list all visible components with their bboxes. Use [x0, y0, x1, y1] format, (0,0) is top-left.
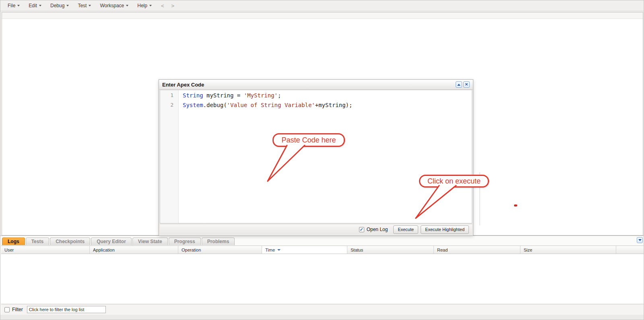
caret-down-icon: [89, 5, 91, 6]
collapse-button[interactable]: [456, 81, 462, 88]
line-number: 1: [160, 92, 178, 102]
menu-item-edit[interactable]: Edit: [25, 2, 45, 10]
dialog-title: Enter Apex Code: [162, 82, 204, 88]
column-header-user[interactable]: User: [1, 246, 90, 254]
code-token-string: 'Value of String Variable': [227, 102, 315, 108]
column-header-read[interactable]: Read: [434, 246, 520, 254]
column-header-label: Read: [437, 248, 448, 252]
column-header-label: Time: [265, 248, 275, 252]
collapse-icon: [457, 84, 460, 86]
code-token-keyword: String: [183, 92, 203, 99]
close-icon: ✕: [465, 83, 468, 87]
column-header-label: Size: [524, 248, 532, 252]
execute-highlighted-button[interactable]: Execute Highlighted: [421, 225, 469, 234]
tab-problems[interactable]: Problems: [202, 237, 235, 245]
click-execute-callout: Click on execute: [419, 175, 489, 188]
caret-down-icon: [66, 5, 69, 6]
menu-item-label: Debug: [50, 3, 64, 8]
window-bottom-frame: [0, 315, 644, 320]
filter-label: Filter: [12, 307, 23, 312]
menu-item-label: Test: [78, 3, 87, 8]
open-log-label: Open Log: [367, 227, 388, 232]
red-mark: [514, 204, 517, 206]
column-header-label: Status: [351, 248, 363, 252]
code-token-keyword: System: [183, 102, 203, 108]
code-line: System.debug('Value of String Variable'+…: [183, 102, 472, 111]
column-header-label: Operation: [182, 248, 201, 252]
column-header-application[interactable]: Application: [90, 246, 178, 254]
panel-collapse-button[interactable]: [637, 237, 643, 243]
filter-input[interactable]: [27, 306, 106, 313]
code-editor[interactable]: 12 String myString = 'MyString';System.d…: [160, 90, 472, 223]
click-execute-callout-text: Click on execute: [427, 177, 481, 186]
dialog-title-bar[interactable]: Enter Apex Code ✕: [159, 80, 473, 90]
dialog-footer: ✓ Open Log Execute Execute Highlighted: [160, 224, 472, 235]
code-line: String myString = 'MyString';: [183, 92, 472, 102]
execute-button[interactable]: Execute: [393, 225, 418, 234]
tab-progress[interactable]: Progress: [169, 237, 201, 245]
column-header-label: Application: [93, 248, 115, 252]
paste-code-callout-text: Paste Code here: [281, 136, 336, 145]
column-header-status[interactable]: Status: [347, 246, 434, 254]
caret-down-icon: [126, 5, 128, 6]
menu-item-file[interactable]: File: [4, 2, 23, 10]
column-header-size[interactable]: Size: [520, 246, 616, 254]
menu-item-label: Workspace: [100, 3, 124, 8]
code-text-area[interactable]: String myString = 'MyString';System.debu…: [179, 90, 472, 223]
logs-panel: LogsTestsCheckpointsQuery EditorView Sta…: [0, 235, 644, 320]
log-table-header: UserApplicationOperationTimeStatusReadSi…: [1, 246, 644, 254]
filter-checkbox[interactable]: [4, 307, 10, 312]
column-header-filler: [616, 246, 644, 254]
chevron-down-icon: [638, 239, 642, 241]
caret-down-icon: [149, 5, 152, 6]
tab-view-state[interactable]: View State: [132, 237, 168, 245]
code-token-plain: ;: [278, 92, 281, 99]
nav-forward-arrow[interactable]: >: [168, 3, 178, 9]
tab-tests[interactable]: Tests: [26, 237, 49, 245]
column-header-label: User: [4, 248, 14, 252]
code-token-plain: .debug(: [203, 102, 227, 108]
menu-item-workspace[interactable]: Workspace: [97, 2, 132, 10]
panel-tab-strip: LogsTestsCheckpointsQuery EditorView Sta…: [0, 236, 644, 245]
line-number-gutter: 12: [160, 90, 179, 223]
sort-desc-icon: [277, 249, 281, 251]
code-token-plain: +myString);: [315, 102, 353, 108]
filter-bar: Filter: [1, 304, 644, 315]
paste-code-callout: Paste Code here: [272, 133, 345, 147]
menu-bar: FileEditDebugTestWorkspaceHelp < >: [0, 0, 644, 11]
close-button[interactable]: ✕: [463, 81, 470, 88]
tab-logs[interactable]: Logs: [2, 237, 25, 245]
tab-checkpoints[interactable]: Checkpoints: [50, 237, 90, 245]
developer-console-window: FileEditDebugTestWorkspaceHelp < > Enter…: [0, 0, 644, 320]
open-log-checkbox[interactable]: ✓: [359, 227, 364, 232]
nav-back-arrow[interactable]: <: [157, 3, 168, 9]
menu-item-label: Edit: [29, 3, 37, 8]
workspace-header-strip: [2, 12, 643, 19]
menu-item-label: Help: [137, 3, 147, 8]
caret-down-icon: [17, 5, 20, 6]
caret-down-icon: [39, 5, 41, 6]
menu-item-label: File: [8, 3, 15, 8]
menu-item-debug[interactable]: Debug: [47, 2, 72, 10]
code-token-string: 'MyString': [244, 92, 278, 99]
menu-item-help[interactable]: Help: [134, 2, 155, 10]
tab-query-editor[interactable]: Query Editor: [91, 237, 132, 245]
column-header-time[interactable]: Time: [262, 246, 347, 254]
code-token-plain: myString =: [203, 92, 244, 99]
enter-apex-code-dialog: Enter Apex Code ✕ 12 String myString = '…: [159, 79, 473, 236]
column-header-operation[interactable]: Operation: [178, 246, 262, 254]
log-table-body[interactable]: [1, 254, 644, 303]
menu-item-test[interactable]: Test: [74, 2, 94, 10]
line-number: 2: [160, 102, 178, 111]
